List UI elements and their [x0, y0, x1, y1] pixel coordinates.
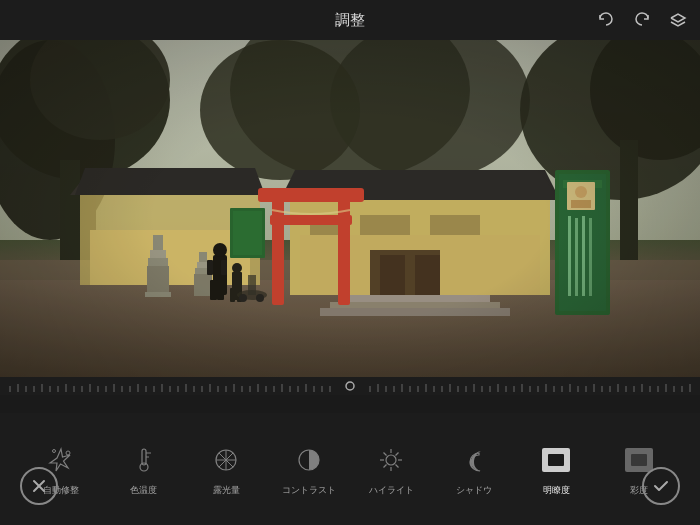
confirm-button[interactable] [642, 467, 680, 505]
image-container [0, 40, 700, 395]
svg-line-174 [384, 464, 387, 467]
brightness-label: 明瞭度 [543, 484, 570, 497]
svg-point-112 [346, 382, 354, 390]
tool-items: 自動修整 色温度 [0, 413, 700, 525]
svg-point-166 [386, 455, 396, 465]
moon-icon [456, 442, 492, 478]
photo [0, 40, 700, 395]
tool-highlight[interactable]: ハイライト [350, 442, 433, 497]
tick-marks [0, 377, 700, 395]
top-bar: 調整 [0, 0, 700, 40]
thermometer-icon [126, 442, 162, 478]
cancel-button[interactable] [20, 467, 58, 505]
svg-line-172 [396, 464, 399, 467]
tick-strip[interactable] [0, 377, 700, 395]
highlight-label: ハイライト [369, 484, 414, 497]
svg-line-173 [396, 452, 399, 455]
contrast-icon [291, 442, 327, 478]
svg-point-154 [66, 451, 70, 455]
layers-button[interactable] [668, 10, 688, 30]
tool-color-temp[interactable]: 色温度 [103, 442, 186, 497]
redo-button[interactable] [632, 10, 652, 30]
tool-contrast[interactable]: コントラスト [268, 442, 351, 497]
svg-point-155 [53, 449, 56, 452]
sun-icon [373, 442, 409, 478]
shadow-label: シャドウ [456, 484, 492, 497]
contrast-label: コントラスト [282, 484, 336, 497]
svg-rect-70 [0, 40, 700, 395]
svg-line-171 [384, 452, 387, 455]
brightness-icon [538, 442, 574, 478]
svg-point-157 [140, 463, 148, 471]
tool-shadow[interactable]: シャドウ [433, 442, 516, 497]
exposure-label: 露光量 [213, 484, 240, 497]
top-bar-actions [596, 10, 688, 30]
color-temp-label: 色温度 [130, 484, 157, 497]
tool-exposure[interactable]: 露光量 [185, 442, 268, 497]
undo-button[interactable] [596, 10, 616, 30]
page-title: 調整 [335, 11, 366, 30]
bottom-toolbar: 自動修整 色温度 [0, 413, 700, 525]
aperture-icon [208, 442, 244, 478]
tool-brightness[interactable]: 明瞭度 [515, 442, 598, 497]
